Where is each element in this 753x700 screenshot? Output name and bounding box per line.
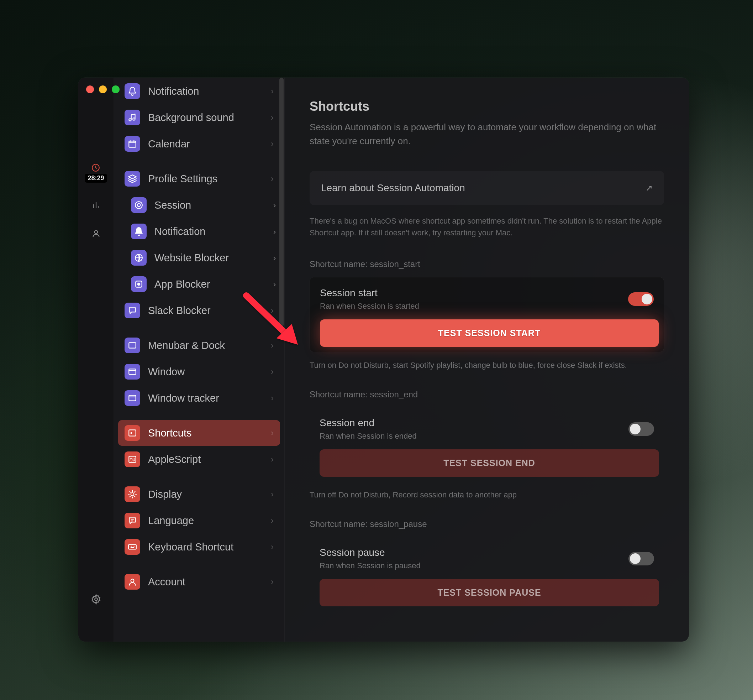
group-divider [118, 561, 280, 568]
test-button[interactable]: TEST SESSION PAUSE [320, 579, 659, 606]
clock-icon [91, 163, 100, 172]
chevron-right-icon: › [271, 516, 274, 525]
chevron-right-icon: › [271, 112, 274, 122]
shortcut-toggle[interactable] [628, 422, 654, 436]
sidebar-item-session[interactable]: Session›› [118, 192, 280, 218]
chevron-right-icon: › [271, 489, 274, 499]
shortcut-header: Session pauseRan when Session is paused [320, 547, 659, 570]
shortcut-title: Session start [320, 288, 419, 299]
gear-icon [91, 594, 101, 605]
timer-widget[interactable]: 28:29 [85, 163, 107, 183]
shortcut-toggle[interactable] [628, 552, 654, 566]
shortcut-toggle[interactable] [628, 292, 654, 306]
shortcut-name-label: Shortcut name: session_pause [310, 519, 664, 529]
learn-link-label: Learn about Session Automation [321, 182, 465, 194]
shortcut-name-label: Shortcut name: session_end [310, 389, 664, 400]
window3-icon [125, 390, 140, 406]
layers-icon [125, 171, 140, 187]
chevron-right-icon: › [271, 542, 274, 552]
sidebar-item-background-sound[interactable]: Background sound› [118, 105, 280, 130]
profile-tab[interactable] [92, 229, 101, 240]
svg-point-8 [138, 283, 140, 286]
sidebar-item-website-blocker[interactable]: Website Blocker›› [118, 245, 280, 270]
bug-note: There's a bug on MacOS where shortcut ap… [310, 215, 664, 239]
window-icon [125, 338, 140, 353]
sidebar-item-label: Display [148, 489, 263, 500]
sidebar-item-language[interactable]: Language› [118, 508, 280, 533]
learn-link-card[interactable]: Learn about Session Automation ↗ [310, 171, 664, 205]
timer-value: 28:29 [85, 174, 107, 183]
sidebar-item-keyboard-shortcut[interactable]: Keyboard Shortcut› [118, 534, 280, 560]
svg-rect-9 [129, 342, 136, 348]
settings-tab[interactable] [91, 594, 101, 606]
sidebar-item-label: Notification [148, 86, 263, 97]
sidebar-item-label: Profile Settings [148, 173, 263, 185]
sidebar-item-slack-blocker[interactable]: Slack Blocker› [118, 298, 280, 323]
window-maximize-button[interactable] [112, 86, 120, 93]
music-icon [125, 110, 140, 125]
group-divider [118, 412, 280, 419]
sidebar-item-label: Window tracker [148, 392, 263, 404]
group-divider [118, 324, 280, 332]
shortcut-title: Session end [320, 417, 417, 429]
shortcut-subtitle: Ran when Session is paused [320, 561, 421, 570]
scrollbar-thumb[interactable] [279, 78, 284, 327]
sidebar-item-account[interactable]: Account› [118, 569, 280, 595]
content-pane[interactable]: Shortcuts Session Automation is a powerf… [285, 78, 689, 642]
traffic-lights [86, 86, 120, 93]
toggle-knob [642, 294, 652, 305]
sidebar-item-label: Background sound [148, 112, 263, 123]
calendar-icon [125, 136, 140, 152]
sidebar-item-label: Notification [154, 226, 266, 238]
shortcut-card: Session startRan when Session is started… [310, 277, 664, 352]
sidebar-item-calendar[interactable]: Calendar› [118, 131, 280, 157]
svg-point-5 [137, 204, 140, 207]
group-divider [118, 157, 280, 165]
toggle-knob [630, 553, 641, 564]
sidebar-item-window[interactable]: Window› [118, 359, 280, 384]
speech-icon [125, 513, 140, 528]
settings-sidebar[interactable]: Notification›Background sound›Calendar›P… [114, 78, 285, 642]
shortcut-subtitle: Ran when Session is ended [320, 431, 417, 441]
chevron-right-icon: › [271, 174, 274, 184]
window-minimize-button[interactable] [99, 86, 107, 93]
sidebar-item-profile-settings[interactable]: Profile Settings› [118, 166, 280, 192]
chevron-right-icon: › [271, 454, 274, 464]
sidebar-item-notification[interactable]: Notification›› [118, 219, 280, 244]
fx-icon: f(x) [125, 452, 140, 467]
sidebar-item-window-tracker[interactable]: Window tracker› [118, 385, 280, 411]
sidebar-item-label: Account [148, 576, 263, 588]
shortcut-section: Shortcut name: session_pauseSession paus… [310, 519, 664, 611]
svg-point-1 [94, 230, 98, 234]
external-arrow-icon: ↗ [645, 183, 653, 193]
target-icon [131, 197, 147, 213]
globe-icon [131, 250, 147, 266]
sidebar-item-display[interactable]: Display› [118, 481, 280, 507]
sidebar-item-label: Slack Blocker [148, 305, 263, 317]
group-divider [118, 473, 280, 481]
chevron-right-icon: › [271, 341, 274, 350]
sidebar-item-label: App Blocker [154, 278, 266, 290]
slim-sidebar: 28:29 [78, 78, 114, 642]
sidebar-item-app-blocker[interactable]: App Blocker›› [118, 271, 280, 297]
sidebar-item-menubar-dock[interactable]: Menubar & Dock› [118, 333, 280, 358]
sidebar-item-label: Website Blocker [154, 252, 266, 264]
app-icon [131, 276, 147, 292]
window-close-button[interactable] [86, 86, 94, 93]
sidebar-item-label: Keyboard Shortcut [148, 541, 263, 553]
shortcut-card: Session pauseRan when Session is pausedT… [310, 537, 664, 611]
shortcut-section: Shortcut name: session_startSession star… [310, 259, 664, 371]
app-window: 28:29 Notification›Background sound›Cale… [78, 78, 689, 642]
svg-text:f(x): f(x) [129, 457, 135, 461]
sidebar-item-label: Menubar & Dock [148, 340, 263, 352]
sidebar-item-shortcuts[interactable]: Shortcuts› [118, 420, 280, 446]
page-title: Shortcuts [310, 99, 664, 114]
test-button[interactable]: TEST SESSION END [320, 449, 659, 477]
shortcut-hint: Turn on Do not Disturb, start Spotify pl… [310, 359, 664, 371]
test-button[interactable]: TEST SESSION START [320, 319, 659, 347]
sidebar-item-label: AppleScript [148, 454, 263, 466]
sidebar-item-notification[interactable]: Notification› [118, 78, 280, 104]
shortcut-header: Session endRan when Session is ended [320, 417, 659, 441]
stats-tab[interactable] [92, 200, 101, 211]
sidebar-item-applescript[interactable]: f(x)AppleScript› [118, 447, 280, 472]
